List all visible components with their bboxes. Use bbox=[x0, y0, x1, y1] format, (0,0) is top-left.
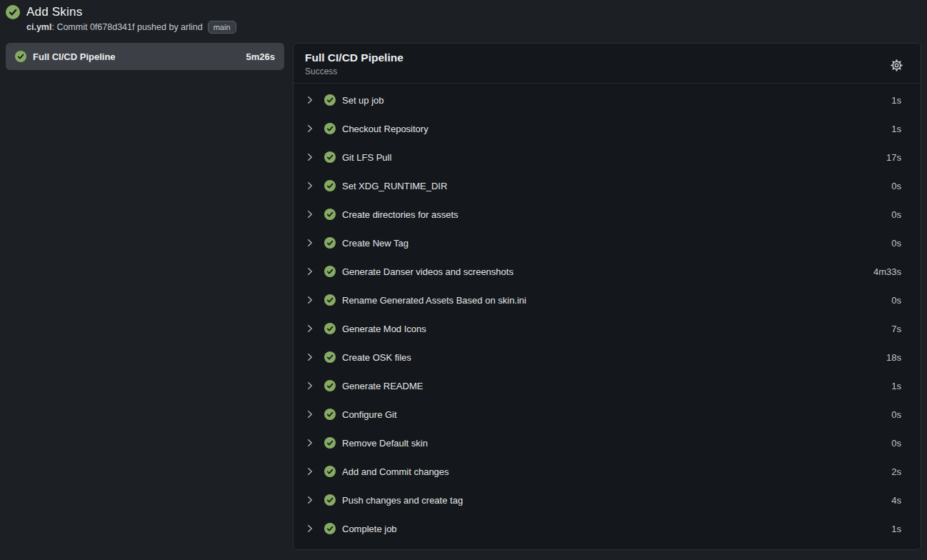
branch-badge[interactable]: main bbox=[208, 21, 236, 34]
step-name: Checkout Repository bbox=[342, 124, 429, 134]
commit-text: : Commit 0f678d341f pushed by arlind bbox=[51, 22, 202, 32]
steps-list: Set up job 1s Checkout Repository 1s Git… bbox=[294, 84, 921, 545]
run-title: Add Skins bbox=[26, 5, 82, 19]
step-row[interactable]: Generate README 1s bbox=[294, 371, 921, 400]
sidebar-job-item[interactable]: Full CI/CD Pipeline 5m26s bbox=[6, 43, 284, 70]
chevron-right-icon bbox=[305, 295, 315, 305]
step-name: Remove Default skin bbox=[342, 438, 428, 449]
chevron-right-icon bbox=[305, 409, 315, 419]
check-circle-icon bbox=[324, 409, 336, 420]
run-header: Add Skins ci.yml: Commit 0f678d341f push… bbox=[0, 0, 927, 34]
step-row[interactable]: Configure Git 0s bbox=[294, 400, 921, 429]
job-status-text: Success bbox=[305, 66, 888, 76]
step-row[interactable]: Add and Commit changes 2s bbox=[294, 457, 921, 486]
job-duration: 5m26s bbox=[246, 51, 275, 62]
step-row[interactable]: Generate Danser videos and screenshots 4… bbox=[294, 257, 921, 286]
step-row[interactable]: Set XDG_RUNTIME_DIR 0s bbox=[294, 171, 921, 200]
step-duration: 1s bbox=[891, 381, 901, 391]
step-name: Rename Generated Assets Based on skin.in… bbox=[342, 295, 526, 306]
step-duration: 18s bbox=[886, 352, 901, 363]
step-name: Set XDG_RUNTIME_DIR bbox=[342, 181, 447, 191]
check-circle-icon bbox=[324, 380, 336, 391]
step-row[interactable]: Git LFS Pull 17s bbox=[294, 143, 921, 171]
step-name: Add and Commit changes bbox=[342, 466, 449, 477]
chevron-right-icon bbox=[305, 495, 315, 505]
step-name: Complete job bbox=[342, 524, 397, 534]
check-circle-icon bbox=[324, 151, 336, 163]
chevron-right-icon bbox=[305, 95, 315, 105]
step-row[interactable]: Complete job 1s bbox=[294, 514, 921, 543]
workflow-file: ci.yml bbox=[26, 22, 51, 32]
step-duration: 4s bbox=[891, 495, 901, 506]
check-circle-icon bbox=[324, 523, 336, 534]
chevron-right-icon bbox=[305, 381, 315, 391]
step-row[interactable]: Remove Default skin 0s bbox=[294, 429, 921, 457]
chevron-right-icon bbox=[305, 466, 315, 476]
commit-line: ci.yml: Commit 0f678d341f pushed by arli… bbox=[26, 21, 921, 34]
chevron-right-icon bbox=[305, 352, 315, 362]
step-duration: 0s bbox=[891, 181, 901, 191]
run-status-check-circle-icon bbox=[6, 5, 20, 19]
check-circle-icon bbox=[324, 437, 336, 449]
step-name: Git LFS Pull bbox=[342, 152, 391, 163]
step-duration: 0s bbox=[891, 209, 901, 220]
run-status-icon-wrap bbox=[6, 5, 20, 19]
check-circle-icon bbox=[324, 237, 336, 249]
step-duration: 0s bbox=[891, 409, 901, 420]
check-circle-icon bbox=[324, 180, 336, 191]
step-name: Create OSK files bbox=[342, 352, 411, 363]
step-row[interactable]: Create directories for assets 0s bbox=[294, 200, 921, 229]
step-row[interactable]: Push changes and create tag 4s bbox=[294, 486, 921, 514]
check-circle-icon bbox=[324, 209, 336, 220]
check-circle-icon bbox=[324, 294, 336, 306]
step-name: Configure Git bbox=[342, 409, 397, 420]
step-name: Set up job bbox=[342, 95, 384, 106]
step-row[interactable]: Generate Mod Icons 7s bbox=[294, 314, 921, 343]
step-row[interactable]: Rename Generated Assets Based on skin.in… bbox=[294, 286, 921, 314]
chevron-right-icon bbox=[305, 124, 315, 134]
step-row[interactable]: Set up job 1s bbox=[294, 86, 921, 114]
chevron-right-icon bbox=[305, 438, 315, 448]
step-row[interactable]: Checkout Repository 1s bbox=[294, 114, 921, 143]
check-circle-icon bbox=[324, 323, 336, 334]
chevron-right-icon bbox=[305, 181, 315, 191]
step-name: Generate README bbox=[342, 381, 423, 391]
check-circle-icon bbox=[324, 466, 336, 477]
step-row[interactable]: Create New Tag 0s bbox=[294, 229, 921, 257]
step-duration: 17s bbox=[886, 152, 901, 163]
job-panel-title: Full CI/CD Pipeline bbox=[305, 51, 888, 64]
step-name: Push changes and create tag bbox=[342, 495, 463, 506]
step-name: Create directories for assets bbox=[342, 209, 459, 220]
chevron-right-icon bbox=[305, 209, 315, 219]
check-circle-icon bbox=[324, 123, 336, 134]
step-duration: 7s bbox=[891, 324, 901, 334]
job-settings-button[interactable] bbox=[888, 57, 905, 74]
chevron-right-icon bbox=[305, 152, 315, 162]
check-circle-icon bbox=[324, 351, 336, 363]
chevron-right-icon bbox=[305, 266, 315, 276]
step-duration: 1s bbox=[891, 124, 901, 134]
step-duration: 1s bbox=[891, 524, 901, 534]
job-panel: Full CI/CD Pipeline Success bbox=[293, 43, 921, 550]
step-duration: 0s bbox=[891, 438, 901, 449]
step-duration: 2s bbox=[891, 466, 901, 477]
check-circle-icon bbox=[324, 494, 336, 506]
chevron-right-icon bbox=[305, 238, 315, 248]
step-name: Generate Danser videos and screenshots bbox=[342, 266, 513, 277]
job-list-sidebar: Full CI/CD Pipeline 5m26s bbox=[6, 43, 284, 70]
step-duration: 4m33s bbox=[873, 266, 901, 277]
job-panel-header: Full CI/CD Pipeline Success bbox=[294, 44, 921, 84]
step-name: Create New Tag bbox=[342, 238, 409, 249]
chevron-right-icon bbox=[305, 324, 315, 334]
job-name: Full CI/CD Pipeline bbox=[33, 51, 246, 62]
check-circle-icon bbox=[324, 94, 336, 106]
step-duration: 0s bbox=[891, 295, 901, 306]
step-duration: 1s bbox=[891, 95, 901, 106]
step-duration: 0s bbox=[891, 238, 901, 249]
step-name: Generate Mod Icons bbox=[342, 324, 426, 334]
check-circle-icon bbox=[15, 51, 26, 62]
step-row[interactable]: Create OSK files 18s bbox=[294, 343, 921, 371]
check-circle-icon bbox=[324, 266, 336, 277]
chevron-right-icon bbox=[305, 524, 315, 534]
gear-icon bbox=[890, 59, 903, 72]
